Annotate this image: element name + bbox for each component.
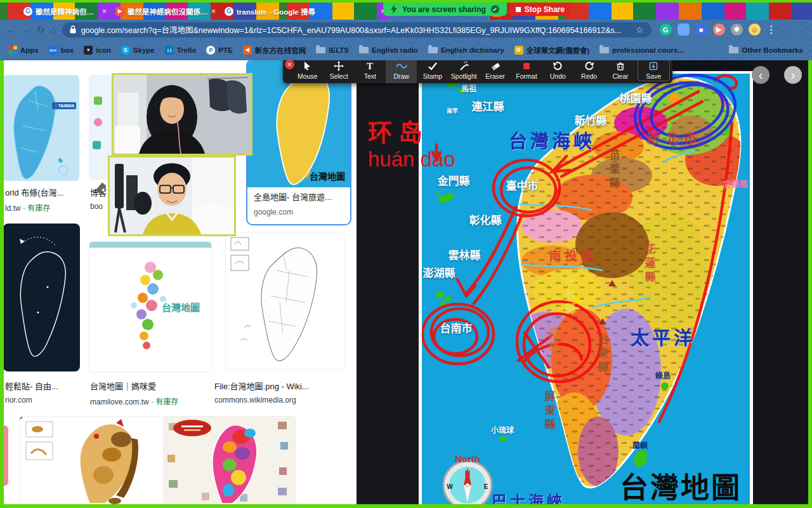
result-title[interactable]: 全島地圖- 台灣旅遊... [254, 190, 332, 203]
map-label: 新北市 [647, 128, 702, 147]
webcam-video [114, 75, 251, 154]
thumbnail-title: 台灣地圖 [162, 300, 200, 314]
result-image[interactable] [4, 75, 79, 181]
previous-image-button[interactable]: ‹ [752, 66, 769, 84]
map-label: N [465, 469, 471, 478]
map-label: 台東縣 [594, 333, 610, 375]
home-icon[interactable]: ⌂ [51, 24, 56, 35]
wand-icon [459, 61, 469, 71]
tab-close-icon[interactable]: × [102, 8, 107, 15]
extension-icon[interactable]: G [660, 23, 672, 36]
bookmark-item[interactable]: professional cours... [599, 46, 683, 54]
extension-icon[interactable]: ■ [695, 23, 707, 36]
bookmark-label: Other Bookmarks [742, 46, 803, 54]
bookmark-label: Skype [133, 46, 155, 54]
bookmark-item[interactable]: ✿全球華文網(僑委會) [514, 45, 590, 55]
emoji-extension-icon[interactable]: ☺ [749, 23, 761, 36]
tool-text[interactable]: T Text [355, 58, 386, 83]
map-label: 台灣海峽 [509, 126, 595, 153]
webcam-participant-1[interactable] [112, 73, 252, 156]
map-label: 馬祖 [461, 83, 476, 93]
tool-mouse[interactable]: Mouse [292, 58, 323, 83]
tool-redo[interactable]: Redo [573, 58, 605, 83]
bookmark-item[interactable]: ◀新东方在线官网 [243, 45, 306, 55]
result-image[interactable] [4, 425, 8, 486]
result-image[interactable]: 台灣地圖 [89, 241, 212, 373]
bookmark-label: PTE [218, 46, 232, 54]
bookmark-item[interactable]: English radio [359, 46, 418, 54]
selected-result-panel[interactable]: 台灣地圖 全島地圖- 台灣旅遊... google.com [246, 60, 351, 225]
tool-spotlight[interactable]: Spotlight [449, 58, 480, 83]
menu-dots-icon[interactable]: ⋮ [766, 23, 776, 36]
map-label: 台灣地圖 [620, 465, 742, 505]
extensions: G ■ ▶ ✱ ☺ ⋮ [660, 23, 776, 36]
sharing-status: You are screen sharing ✓ [383, 3, 507, 16]
bookmark-item[interactable]: Apps [9, 46, 39, 54]
tool-undo[interactable]: Undo [542, 58, 573, 83]
screen-share-border [808, 60, 812, 508]
map-label: 新竹縣 [575, 112, 607, 128]
map-label: 澎湖縣 [423, 264, 455, 280]
save-icon [648, 61, 658, 71]
result-image[interactable] [163, 416, 296, 504]
result-title[interactable]: 台灣地圖｜媽咪愛 [90, 380, 211, 392]
bookmark-star-icon[interactable]: ☆ [636, 25, 644, 35]
close-toolbar-icon[interactable]: ✕ [285, 60, 294, 69]
handwritten-annotation: 环岛 huán dǎo [368, 121, 455, 171]
browser-tab[interactable]: ▶雖然是神經病但沒關係 第10集× [111, 3, 220, 20]
result-image[interactable] [19, 416, 180, 504]
map-label: E [484, 483, 488, 490]
next-image-button[interactable]: › [784, 66, 802, 84]
extension-icon[interactable]: ▶ [713, 23, 725, 36]
browser-tab[interactable]: Gtranslate - Google 搜尋× [220, 3, 390, 20]
screen-share-border [0, 504, 812, 508]
bookmark-item[interactable]: ▼icon [84, 46, 111, 55]
extension-icon[interactable]: ✱ [731, 23, 743, 36]
map-label: 屏東縣 [541, 391, 557, 432]
forward-icon[interactable]: → [22, 24, 31, 35]
map-label: 太平洋 [631, 323, 695, 350]
taiwan-badge: ♥ TAIWAN [52, 102, 76, 109]
address-field[interactable]: google.com/search?q=台湾地图&newwindow=1&rlz… [62, 22, 652, 37]
tool-draw[interactable]: Draw [386, 58, 417, 83]
stop-share-button[interactable]: Stop Share [509, 3, 571, 16]
result-image[interactable] [225, 232, 344, 370]
result-title[interactable]: File:台灣地圖.png - Wiki... [214, 380, 341, 392]
tab-close-icon[interactable]: × [211, 8, 216, 15]
browser-tab[interactable]: G雖然是精神病但沒關係線上看× [19, 3, 111, 20]
bookmark-label: 全球華文網(僑委會) [527, 45, 590, 55]
reload-icon[interactable]: ↻ [37, 24, 45, 36]
map-label: 桃園縣 [620, 90, 652, 105]
tool-save[interactable]: Save [638, 60, 670, 81]
bookmark-label: box [61, 46, 74, 54]
tab-title: 雖然是神經病但沒關係 第10集 [128, 6, 208, 17]
heart-icon: ♥ [54, 103, 57, 109]
screen-share-banner: You are screen sharing ✓ Stop Share [383, 3, 571, 16]
back-icon[interactable]: ← [6, 24, 16, 35]
map-label: 臺中市 [506, 177, 539, 193]
map-label: 金門縣 [438, 172, 470, 188]
tool-clear[interactable]: Clear [605, 58, 636, 83]
bookmark-item[interactable]: SSkype [121, 46, 155, 55]
result-image[interactable] [4, 224, 80, 371]
folder-icon [359, 47, 369, 53]
bookmark-item[interactable]: English dictionary [428, 46, 504, 54]
url-text: google.com/search?q=台湾地图&newwindow=1&rlz… [81, 23, 622, 36]
bookmark-item[interactable]: boxbox [49, 46, 74, 55]
tool-stamp[interactable]: Stamp [417, 58, 448, 83]
webcam-participant-2[interactable] [108, 156, 236, 236]
tool-select[interactable]: Select [323, 58, 354, 83]
tool-format[interactable]: Format [511, 58, 542, 83]
google-favicon: G [23, 7, 32, 16]
bookmark-label: Apps [20, 46, 39, 54]
taiwan-map-image[interactable]: 馬祖連江縣南竿桃園縣新竹縣台灣海峽金門縣臺中市彰化縣雲林縣澎湖縣台南市太平洋綠島… [422, 74, 750, 504]
folder-icon [729, 47, 738, 53]
map-label: 南投縣 [549, 246, 596, 264]
map-label: 連江縣 [472, 98, 504, 114]
bookmark-item[interactable]: PPTE [206, 46, 232, 55]
bookmark-item[interactable]: Other Bookmarks [729, 46, 803, 54]
extension-icon[interactable] [678, 23, 690, 36]
tool-eraser[interactable]: Eraser [480, 58, 511, 83]
bookmark-item[interactable]: IELTS [316, 46, 349, 54]
bookmark-item[interactable]: ❙❙Trello [165, 46, 197, 55]
